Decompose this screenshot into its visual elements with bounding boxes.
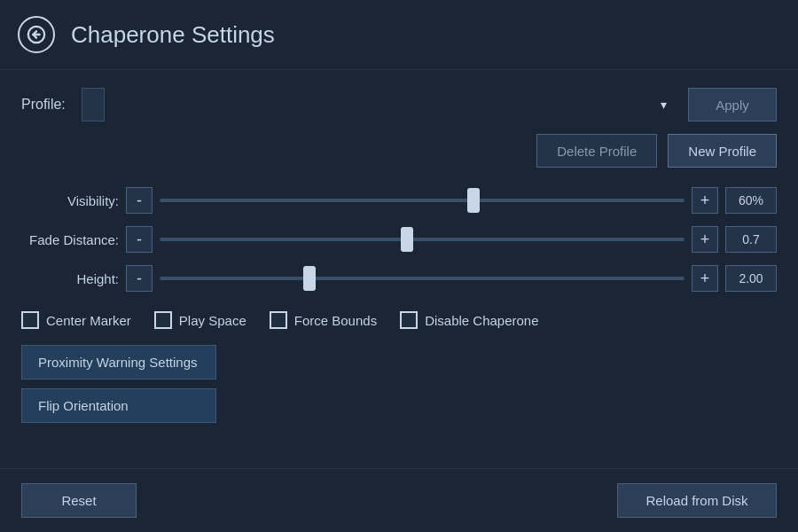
bottom-bar: Reset Reload from Disk <box>0 468 798 532</box>
fade-distance-slider[interactable] <box>160 238 685 241</box>
reload-button[interactable]: Reload from Disk <box>617 483 777 518</box>
back-button[interactable] <box>18 16 55 53</box>
visibility-slider[interactable] <box>160 199 685 202</box>
fade-distance-label: Fade Distance: <box>21 232 119 247</box>
height-minus-button[interactable]: - <box>126 265 153 292</box>
disable-chaperone-checkbox[interactable]: Disable Chaperone <box>400 311 538 329</box>
force-bounds-label: Force Bounds <box>294 313 377 328</box>
checkboxes-row: Center Marker Play Space Force Bounds Di… <box>21 311 777 329</box>
visibility-slider-wrapper <box>160 187 685 214</box>
height-slider[interactable] <box>160 277 685 280</box>
height-label: Height: <box>21 271 119 286</box>
profile-actions: Delete Profile New Profile <box>21 134 777 168</box>
center-marker-box <box>21 311 39 329</box>
height-slider-wrapper <box>160 265 685 292</box>
height-plus-button[interactable]: + <box>692 265 718 292</box>
force-bounds-box <box>270 311 287 329</box>
header: Chaperone Settings <box>0 0 798 70</box>
sliders-section: Visibility: - + 60% Fade Distance: - + 0… <box>21 187 777 292</box>
height-row: Height: - + 2.00 <box>21 265 777 292</box>
main-content: Profile: Apply Delete Profile New Profil… <box>0 70 798 458</box>
play-space-box <box>154 311 172 329</box>
page-title: Chaperone Settings <box>71 21 275 49</box>
visibility-minus-button[interactable]: - <box>126 187 153 214</box>
play-space-checkbox[interactable]: Play Space <box>154 311 246 329</box>
visibility-label: Visibility: <box>21 193 119 208</box>
new-profile-button[interactable]: New Profile <box>668 134 777 168</box>
fade-distance-row: Fade Distance: - + 0.7 <box>21 226 777 253</box>
fade-distance-slider-wrapper <box>160 226 685 253</box>
visibility-plus-button[interactable]: + <box>692 187 718 214</box>
force-bounds-checkbox[interactable]: Force Bounds <box>270 311 377 329</box>
visibility-row: Visibility: - + 60% <box>21 187 777 214</box>
profile-label: Profile: <box>21 97 66 113</box>
disable-chaperone-box <box>400 311 418 329</box>
play-space-label: Play Space <box>179 313 246 328</box>
fade-distance-value: 0.7 <box>725 226 777 253</box>
fade-distance-plus-button[interactable]: + <box>692 226 718 253</box>
apply-button[interactable]: Apply <box>688 88 777 121</box>
flip-orientation-button[interactable]: Flip Orientation <box>21 388 216 423</box>
disable-chaperone-label: Disable Chaperone <box>425 313 538 328</box>
profile-select[interactable] <box>82 88 105 121</box>
reset-button[interactable]: Reset <box>21 483 137 518</box>
action-buttons: Proximity Warning Settings Flip Orientat… <box>21 345 777 423</box>
center-marker-label: Center Marker <box>46 313 131 328</box>
visibility-value: 60% <box>725 187 777 214</box>
center-marker-checkbox[interactable]: Center Marker <box>21 311 131 329</box>
proximity-warning-button[interactable]: Proximity Warning Settings <box>21 345 216 379</box>
fade-distance-minus-button[interactable]: - <box>126 226 153 253</box>
height-value: 2.00 <box>725 265 777 292</box>
profile-row: Profile: Apply <box>21 88 777 121</box>
profile-select-wrapper <box>82 88 676 121</box>
delete-profile-button[interactable]: Delete Profile <box>536 134 657 168</box>
